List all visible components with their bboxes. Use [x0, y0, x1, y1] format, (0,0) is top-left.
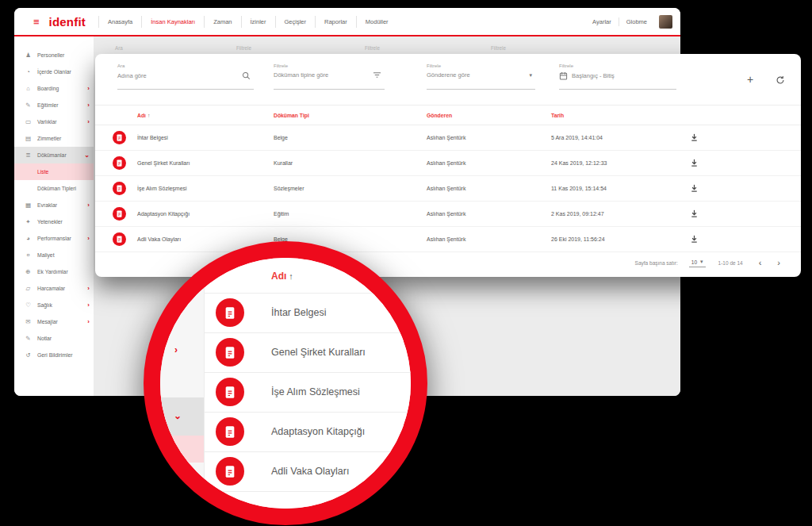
sender-placeholder: Gönderene göre — [427, 71, 529, 79]
nav-menu-item[interactable]: Raporlar — [315, 16, 356, 28]
document-icon — [113, 207, 126, 221]
column-header-date[interactable]: Tarih — [551, 113, 564, 118]
filter-icon — [373, 71, 381, 79]
table-row[interactable]: Genel Şirket Kuralları Kurallar Aslıhan … — [95, 151, 801, 176]
sidebar-item-label: Boarding — [37, 86, 59, 91]
magnified-active-row-highlight — [160, 397, 204, 436]
document-icon — [216, 298, 244, 327]
nav-menu-item[interactable]: Modüller — [356, 16, 397, 28]
sidebar-item[interactable]: ▤ Zimmetler — [14, 130, 94, 147]
refresh-button[interactable] — [776, 75, 785, 85]
doc-type-filter[interactable]: Filtrele Döküman tipine göre — [274, 63, 385, 90]
sidebar-item[interactable]: ✉ Mesajlar › — [14, 313, 94, 330]
sidebar-item[interactable]: ◕ Performanslar › — [14, 230, 94, 247]
sidebar-item[interactable]: ≣ Dökümanlar ⌄ — [14, 147, 94, 163]
chevron-icon: ⌄ — [84, 152, 90, 159]
marketing-composite: ≡ idenfit Anasayfa İnsan Kaynakları Zama… — [0, 0, 812, 526]
cell-date: 11 Kas 2019, 15:14:54 — [551, 186, 607, 191]
cell-sender: Aslıhan Şentürk — [427, 211, 465, 217]
nav-menu-item[interactable]: Geçişler — [275, 16, 316, 28]
sidebar-item[interactable]: ♡ Sağlık › — [14, 297, 94, 313]
next-page-button[interactable]: › — [777, 259, 780, 267]
cell-document-name: İhtar Belgesi — [137, 135, 168, 140]
divider — [205, 491, 411, 492]
sidebar-item[interactable]: ▱ Harcamalar › — [14, 280, 94, 297]
cell-date: 5 Ara 2019, 14:41:04 — [551, 135, 603, 140]
chevron-icon: › — [87, 319, 90, 325]
sidebar: ♟ Personeller ◔ İçerde Olanlar ⌂ Boardin… — [14, 36, 94, 396]
nav-menu-item[interactable]: Anasayfa — [98, 16, 141, 28]
prev-page-button[interactable]: ‹ — [759, 259, 762, 267]
background-filter-label: Filtrele — [236, 45, 251, 51]
cell-document-type: Kurallar — [274, 160, 293, 166]
download-button[interactable] — [690, 158, 699, 167]
sidebar-item-icon: ▭ — [25, 119, 32, 125]
sidebar-item[interactable]: Döküman Tipleri — [14, 180, 94, 197]
zoom-magnifier-overlay: › ⌄ Adı↑ İhtar Belgesi — [144, 241, 427, 525]
table-header: Adı↑ Döküman Tipi Gönderen Tarih — [95, 105, 801, 125]
sender-filter[interactable]: Filtrele Gönderene göre ▾ — [427, 63, 535, 90]
cell-document-type: Belge — [274, 135, 288, 140]
column-header-sender[interactable]: Gönderen — [427, 113, 452, 118]
cell-date: 26 Eki 2019, 11:56:24 — [551, 236, 605, 242]
sidebar-item[interactable]: ✎ Notlar — [14, 330, 94, 347]
date-range-placeholder: Başlangıç - Bitiş — [572, 72, 676, 79]
sidebar-item[interactable]: Liste — [14, 163, 94, 180]
nav-menu-item[interactable]: Zaman — [204, 16, 240, 28]
hamburger-menu-icon[interactable]: ≡ — [33, 17, 40, 27]
cell-document-name: İşe Alım Sözleşmesi — [137, 186, 187, 191]
nav-menu-item[interactable]: İnsan Kaynakları — [141, 16, 204, 28]
chevron-icon: › — [87, 86, 90, 92]
nav-menu-item[interactable]: İzinler — [241, 16, 275, 28]
search-icon — [242, 71, 251, 80]
add-document-button[interactable]: + — [747, 73, 753, 86]
dropdown-caret-icon: ▾ — [700, 259, 703, 265]
date-range-filter[interactable]: Filtrele Başlangıç - Bitiş — [559, 63, 676, 90]
download-button[interactable] — [690, 132, 699, 142]
user-name[interactable]: Globme — [619, 18, 654, 25]
pagination-range: 1-10 de 14 — [718, 260, 743, 266]
rows-per-page-select[interactable]: 10 ▾ — [689, 258, 706, 267]
settings-link[interactable]: Ayarlar — [585, 18, 619, 25]
magnified-document-name: Adli Vaka Olayları — [271, 466, 349, 477]
sidebar-item[interactable]: ¤ Maliyet — [14, 247, 94, 263]
sidebar-item[interactable]: ↺ Geri Bildirimler — [14, 347, 94, 363]
search-input[interactable]: Ara Adına göre — [117, 63, 254, 90]
sort-asc-icon: ↑ — [289, 271, 293, 281]
magnified-document-name: Adaptasyon Kitapçığı — [271, 426, 365, 437]
sidebar-item[interactable]: ⌂ Boarding › — [14, 80, 94, 97]
column-header-type[interactable]: Döküman Tipi — [274, 113, 309, 118]
sidebar-item-label: Liste — [37, 169, 48, 175]
sidebar-item[interactable]: ✦ Yetenekler — [14, 213, 94, 230]
table-row[interactable]: İşe Alım Sözleşmesi Sözleşmeler Aslıhan … — [95, 176, 801, 202]
doc-type-placeholder: Döküman tipine göre — [274, 71, 373, 79]
sidebar-item-label: Mesajlar — [37, 319, 58, 324]
chevron-icon: › — [87, 119, 90, 125]
column-header-name[interactable]: Adı↑ — [137, 113, 150, 118]
sidebar-item-label: Ek Yardımlar — [37, 269, 68, 275]
main-menu: Anasayfa İnsan Kaynakları Zaman İzinler … — [98, 16, 397, 28]
table-row[interactable]: İhtar Belgesi Belge Aslıhan Şentürk 5 Ar… — [95, 125, 801, 151]
sidebar-item-label: İçerde Olanlar — [37, 69, 71, 75]
sidebar-item-label: Sağlık — [37, 302, 52, 308]
sidebar-item[interactable]: ⊕ Ek Yardımlar — [14, 263, 94, 280]
download-button[interactable] — [690, 234, 699, 244]
sidebar-item-label: Dökümanlar — [37, 152, 67, 158]
table-row[interactable]: Adaptasyon Kitapçığı Eğitim Aslıhan Şent… — [95, 202, 801, 227]
chevron-icon: › — [87, 236, 90, 242]
download-button[interactable] — [690, 209, 699, 218]
sidebar-item-icon: ✎ — [25, 336, 32, 342]
avatar[interactable] — [659, 15, 672, 29]
sidebar-item-icon: ♡ — [25, 302, 32, 309]
sidebar-item-label: Varlıklar — [37, 119, 56, 125]
sidebar-item[interactable]: ♟ Personeller — [14, 47, 94, 63]
sidebar-item[interactable]: ▦ Evraklar › — [14, 197, 94, 213]
document-icon — [216, 378, 244, 406]
sidebar-item[interactable]: ✎ Eğitimler › — [14, 97, 94, 113]
chevron-icon: › — [87, 102, 90, 109]
download-button[interactable] — [690, 183, 699, 193]
sidebar-item[interactable]: ▭ Varlıklar › — [14, 113, 94, 130]
background-filter-label: Filtrele — [365, 45, 380, 51]
sidebar-item-label: Performanslar — [37, 236, 71, 241]
sidebar-item[interactable]: ◔ İçerde Olanlar — [14, 63, 94, 80]
